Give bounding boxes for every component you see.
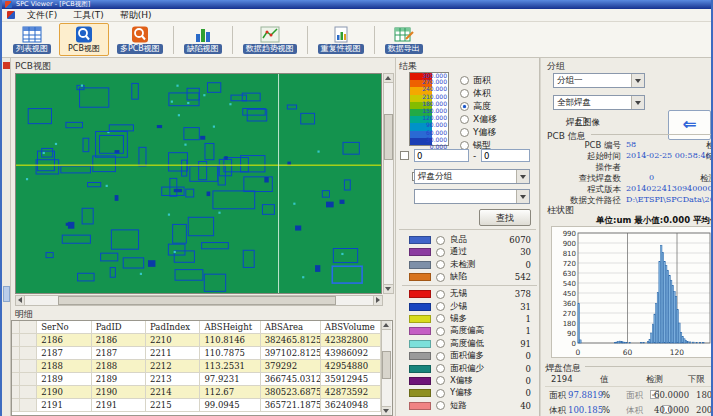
toolbar-separator [173,26,174,54]
category-row-13[interactable]: 短路40 [398,400,537,412]
pad-area-label: 面积 [549,390,566,402]
color-scale-label: 120.000 [422,115,447,121]
category-row-12[interactable]: Y偏移0 [398,387,537,399]
category-row-2[interactable]: 未检测0 [398,259,537,271]
col-absheight[interactable]: ABSHeight [200,321,260,333]
col-padindex[interactable]: PadIndex [146,321,200,333]
found-pads-value: 0 [649,173,654,182]
table-row[interactable]: 218621862210110.8146382465.812542382800 [12,334,381,347]
category-row-11[interactable]: X偏移0 [398,375,537,387]
radio-icon[interactable] [460,76,469,85]
scroll-left-arrow[interactable] [16,296,25,305]
result-category-list: 良品6070通过30未检测0缺陷542无锡378少锡31锡多1高度偏高1高度偏低… [398,234,537,412]
multi-pcb-view-button[interactable]: 多PCB视图 [111,23,169,56]
pcb-view-button[interactable]: PCB视图 [59,23,109,56]
radio-icon[interactable] [436,376,445,385]
col-padid[interactable]: PadID [92,321,146,333]
range-filter-checkbox[interactable] [400,151,409,160]
category-row-0[interactable]: 良品6070 [398,234,537,246]
scroll-up-arrow[interactable] [384,74,393,83]
height-histogram-chart: 090180270360450540630720810900990060120 [551,226,713,358]
radio-icon[interactable] [436,339,445,348]
radio-icon[interactable] [436,273,445,282]
data-export-button[interactable]: 数据导出 [379,23,429,56]
metric-area[interactable]: 面积 [460,74,491,87]
col-absvolume[interactable]: ABSVolume [321,321,381,333]
col-absarea[interactable]: ABSArea [261,321,321,333]
radio-icon[interactable] [436,352,445,361]
menu-file[interactable]: 文件(F) [19,9,65,22]
dock-scroll-thumb[interactable] [3,286,10,302]
range-to-input[interactable] [481,149,530,162]
radio-icon[interactable] [436,290,445,299]
pcb-hscroll-thumb[interactable] [58,296,336,305]
scroll-down-arrow[interactable] [384,284,393,293]
chevron-down-icon[interactable] [516,170,529,183]
pcb-vscroll-thumb[interactable] [384,114,393,160]
details-vertical-scrollbar[interactable] [381,321,392,415]
metric-y-offset[interactable]: Y偏移 [460,126,497,139]
defect-view-button[interactable]: 缺陷视图 [178,23,228,56]
radio-icon[interactable] [460,89,469,98]
pcb-horizontal-scrollbar[interactable] [15,295,383,306]
repeat-view-button[interactable]: 重复性视图 [312,23,370,56]
table-row[interactable]: 218821882212113.253137929242954880 [12,360,381,373]
scroll-up-arrow[interactable] [382,321,391,330]
panel-splitter[interactable] [539,58,541,416]
category-row-3[interactable]: 缺陷542 [398,271,537,283]
radio-icon[interactable] [436,248,445,257]
category-row-9[interactable]: 面积偏多0 [398,350,537,362]
category-row-10[interactable]: 面积偏少0 [398,363,537,375]
metric-height[interactable]: 高度 [460,100,491,113]
radio-icon[interactable] [436,401,445,410]
category-row-6[interactable]: 锡多1 [398,313,537,325]
metric-x-offset[interactable]: X偏移 [460,113,497,126]
radio-icon[interactable] [460,102,469,111]
pad-subgroup-combo[interactable] [414,189,530,204]
menu-tools[interactable]: 工具(T) [65,9,112,22]
category-row-8[interactable]: 高度偏低91 [398,338,537,350]
pcb-vertical-scrollbar[interactable] [383,73,394,294]
menu-help[interactable]: 帮助(H) [112,9,160,22]
radio-icon[interactable] [436,302,445,311]
list-view-icon [22,26,42,43]
radio-icon[interactable] [436,314,445,323]
chevron-down-icon[interactable] [631,74,644,87]
docked-panel-strip[interactable] [2,58,11,416]
radio-icon[interactable] [436,236,445,245]
category-row-1[interactable]: 通过30 [398,246,537,258]
trend-view-button[interactable]: 数据趋势视图 [237,23,303,56]
radio-icon[interactable] [460,128,469,137]
find-button[interactable]: 查找 [479,209,531,226]
radio-icon[interactable] [436,389,445,398]
category-count: 0 [526,376,537,386]
color-scale-label: 30.000 [426,137,447,143]
pad-scope-combo[interactable]: 全部焊盘 [553,95,645,110]
color-scale-label: 180.000 [422,101,447,107]
table-row[interactable]: 21892189221397.9231366745.031235912945 [12,373,381,386]
category-row-5[interactable]: 少锡31 [398,301,537,313]
table-row[interactable]: 218721872211110.7875397102.812543986092 [12,347,381,360]
pcb-canvas[interactable] [15,73,382,294]
radio-icon[interactable] [436,260,445,269]
table-row[interactable]: 219021902214112.67380523.687542873592 [12,386,381,399]
pad-group-combo[interactable]: 焊盘分组 [414,169,530,184]
scroll-down-arrow[interactable] [382,406,391,415]
previous-pcb-button[interactable]: ⇐ [668,110,711,140]
chevron-down-icon[interactable] [516,190,529,203]
list-view-button[interactable]: 列表视图 [7,23,57,56]
svg-text:540: 540 [563,280,576,288]
category-row-4[interactable]: 无锡378 [398,288,537,300]
radio-icon[interactable] [436,327,445,336]
details-vscroll-thumb[interactable] [382,351,391,379]
col-serno[interactable]: SerNo [37,321,91,333]
table-row[interactable]: 21912191221599.0945365721.187536240948 [12,399,381,412]
group-select-combo[interactable]: 分组一 [553,73,645,88]
range-from-input[interactable] [414,149,469,162]
metric-volume[interactable]: 体积 [460,87,491,100]
radio-icon[interactable] [460,115,469,124]
chevron-down-icon[interactable] [631,96,644,109]
radio-icon[interactable] [436,364,445,373]
scroll-right-arrow[interactable] [373,296,382,305]
category-row-7[interactable]: 高度偏高1 [398,325,537,337]
